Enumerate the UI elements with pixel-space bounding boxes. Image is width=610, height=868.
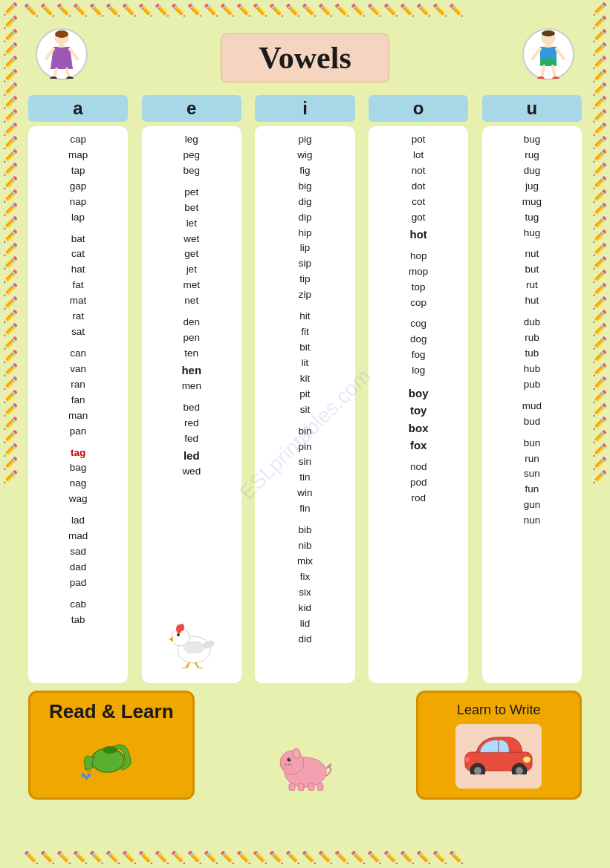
word-item: tap: [68, 163, 88, 179]
word-item: mat: [70, 293, 87, 309]
word-item: bet: [184, 200, 201, 216]
word-group: bin pin sin tin win fin: [297, 424, 312, 518]
header-title-box: Vowels: [221, 33, 389, 82]
read-learn-title: Read & Learn: [49, 700, 174, 723]
word-group: dub rub tub hub pub: [524, 315, 541, 393]
word-group: den pen ten hen men: [181, 315, 201, 394]
svg-point-37: [89, 770, 91, 771]
word-item: jet: [184, 262, 201, 278]
word-item: net: [184, 293, 201, 309]
word-group: cap map tap gap nap lap: [68, 132, 88, 226]
avatar-left: [36, 28, 88, 80]
word-item: fat: [70, 278, 87, 293]
read-learn-box: Read & Learn: [28, 691, 195, 800]
word-item: mud: [522, 399, 542, 414]
word-item: cot: [410, 195, 427, 210]
svg-rect-12: [540, 47, 557, 60]
word-item: zip: [297, 287, 312, 303]
word-item: cap: [68, 132, 88, 148]
svg-point-61: [523, 757, 530, 763]
word-item: pan: [68, 424, 88, 440]
word-item: leg: [184, 132, 201, 148]
svg-point-36: [87, 771, 88, 772]
word-item: pad: [68, 575, 88, 591]
word-item: fun: [524, 482, 541, 497]
word-item: gap: [68, 179, 88, 195]
word-group: nut but rut hut: [525, 247, 539, 309]
vowel-header-e: e: [142, 95, 241, 122]
word-item: fox: [409, 437, 429, 454]
svg-rect-3: [59, 44, 65, 48]
word-item: pub: [524, 377, 541, 393]
page-title: Vowels: [259, 41, 351, 75]
svg-point-60: [516, 767, 523, 774]
svg-point-62: [464, 757, 470, 763]
word-item: wig: [297, 148, 312, 163]
word-item: rat: [70, 309, 87, 324]
word-group: pig wig fig big dig dip hip lip sip tip …: [297, 132, 312, 303]
word-item: nag: [69, 476, 88, 492]
learn-write-title: Learn to Write: [457, 702, 541, 718]
word-item: bud: [522, 414, 542, 430]
word-group: leg peg beg: [184, 132, 201, 179]
svg-point-1: [55, 30, 68, 38]
word-item: run: [524, 451, 541, 467]
svg-point-40: [85, 775, 88, 780]
word-item: hug: [522, 226, 542, 241]
word-item: hat: [70, 262, 87, 278]
word-item: tab: [70, 613, 86, 628]
word-group: can van ran fan man pan: [68, 346, 88, 440]
word-item: kit: [299, 371, 310, 387]
svg-point-11: [542, 30, 555, 36]
word-group: boy toy box fox: [409, 385, 429, 454]
svg-rect-52: [298, 783, 304, 791]
word-item: dub: [524, 315, 541, 330]
word-item: lot: [410, 148, 427, 163]
svg-point-45: [284, 763, 287, 766]
word-item: big: [297, 179, 312, 195]
word-item: map: [68, 148, 88, 163]
word-item: tug: [522, 210, 542, 226]
word-item: did: [297, 632, 313, 647]
word-item: win: [297, 486, 312, 501]
word-item: hip: [297, 226, 312, 241]
word-item: hen: [181, 362, 201, 379]
word-item: nut: [525, 247, 539, 262]
word-item: led: [182, 447, 201, 464]
svg-point-24: [180, 624, 184, 631]
word-item: log: [410, 363, 427, 379]
word-item: nap: [68, 195, 88, 210]
svg-point-20: [552, 76, 559, 79]
word-item: wet: [184, 232, 201, 247]
word-item: gun: [524, 497, 541, 513]
word-item: cat: [70, 247, 87, 262]
word-item: mop: [409, 264, 428, 280]
word-group: bib nib mix fix six kid lid did: [297, 523, 313, 647]
word-item: beg: [184, 163, 201, 179]
vowels-header: a e i o u: [21, 95, 589, 122]
word-item: sun: [524, 466, 541, 482]
word-item: nun: [524, 513, 541, 529]
word-item: toy: [409, 402, 429, 419]
word-item: not: [410, 163, 427, 179]
columns-container: cap map tap gap nap lap bat cat hat fat …: [21, 126, 589, 683]
column-i: pig wig fig big dig dip hip lip sip tip …: [255, 126, 354, 683]
word-group: pet bet let wet get jet met net: [184, 185, 201, 309]
word-item: dot: [410, 179, 427, 195]
word-item: sad: [68, 544, 88, 560]
column-o: pot lot not dot cot got hot hop mop top …: [369, 126, 468, 683]
word-item: peg: [184, 148, 201, 163]
word-item: dip: [297, 210, 312, 226]
vowel-header-u: u: [482, 95, 582, 122]
word-item: hot: [410, 226, 427, 243]
word-item: bit: [299, 340, 310, 356]
car-image: [455, 724, 542, 789]
word-item: tip: [297, 272, 312, 287]
word-item: pit: [299, 387, 310, 402]
word-item-tag: tag: [69, 446, 88, 461]
word-item: lad: [68, 513, 88, 529]
word-item: rut: [525, 278, 539, 293]
word-item: dad: [68, 560, 88, 575]
word-item: cop: [409, 296, 428, 311]
svg-point-48: [289, 758, 291, 760]
